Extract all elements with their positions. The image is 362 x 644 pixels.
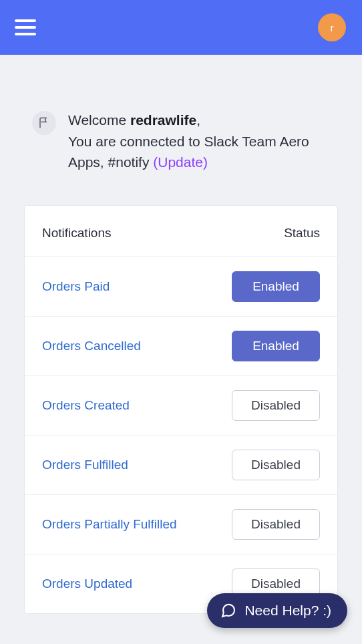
status-toggle-button[interactable]: Disabled — [232, 390, 320, 421]
flag-icon — [32, 111, 56, 135]
notification-label[interactable]: Orders Partially Fulfilled — [42, 517, 177, 532]
col-notifications: Notifications — [42, 226, 112, 240]
table-row: Orders CancelledEnabled — [25, 317, 337, 376]
welcome-prefix: Welcome — [68, 112, 130, 128]
notification-label[interactable]: Orders Cancelled — [42, 339, 141, 353]
panel-header: Notifications Status — [25, 206, 337, 257]
avatar-letter: r — [331, 22, 334, 33]
app-header: r — [0, 0, 362, 55]
notification-label[interactable]: Orders Updated — [42, 577, 132, 591]
table-row: Orders Partially FulfilledDisabled — [25, 495, 337, 554]
welcome-banner: Welcome redrawlife, You are connected to… — [24, 55, 338, 173]
table-row: Orders PaidEnabled — [25, 257, 337, 317]
update-link[interactable]: (Update) — [153, 154, 208, 170]
notification-label[interactable]: Orders Paid — [42, 279, 110, 294]
status-toggle-button[interactable]: Disabled — [232, 509, 320, 540]
welcome-username: redrawlife — [130, 112, 196, 128]
table-row: Orders FulfilledDisabled — [25, 436, 337, 495]
main-content: Welcome redrawlife, You are connected to… — [0, 55, 362, 644]
notifications-panel: Notifications Status Orders PaidEnabledO… — [24, 205, 338, 614]
notification-label[interactable]: Orders Fulfilled — [42, 458, 128, 472]
notification-label[interactable]: Orders Created — [42, 398, 130, 413]
avatar[interactable]: r — [318, 13, 346, 41]
chat-icon — [220, 603, 236, 619]
help-chat-button[interactable]: Need Help? :) — [207, 593, 347, 628]
welcome-text: Welcome redrawlife, You are connected to… — [68, 110, 338, 173]
status-toggle-button[interactable]: Enabled — [232, 271, 320, 302]
menu-icon[interactable] — [15, 19, 36, 35]
status-toggle-button[interactable]: Enabled — [232, 331, 320, 361]
table-row: Orders CreatedDisabled — [25, 376, 337, 436]
welcome-suffix: , — [196, 112, 200, 128]
col-status: Status — [284, 226, 320, 240]
help-pill-label: Need Help? :) — [244, 603, 331, 619]
status-toggle-button[interactable]: Disabled — [232, 450, 320, 480]
